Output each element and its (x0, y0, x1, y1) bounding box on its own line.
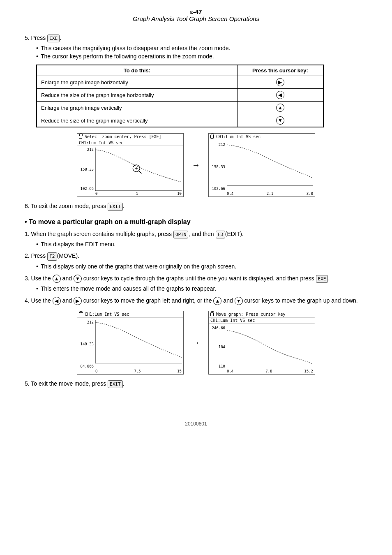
step-s2-4: 4. Use the ◀ and ▶ cursor keys to move t… (25, 297, 367, 305)
graph-title-bar-left: Select zoom center, Press [EXE] (77, 134, 183, 140)
graph-move-left: CH1:Lum Int VS sec 212 149.33 84.666 0 7… (77, 311, 184, 375)
step-s2-1-label: 1. When the graph screen contains multip… (25, 231, 367, 238)
graph-svg-left (95, 148, 182, 191)
y-labels-right-2: 246.66 184 110 (210, 326, 225, 368)
graph-title-bar-left-2: CH1:Lum Int VS sec (77, 311, 183, 318)
left-arrow-icon: ◀ (276, 91, 284, 99)
left-arrow-icon-2: ◀ (53, 297, 61, 305)
optn-key: OPTN (173, 231, 189, 238)
exit-key-2: EXIT (108, 380, 123, 388)
table-cell-key-left: ◀ (237, 89, 323, 102)
lock-icon-4 (210, 312, 214, 316)
arrow-right-2: → (192, 338, 200, 347)
table-row: Enlarge the graph image horizontally ▶ (37, 76, 323, 89)
table-cell-key-right: ▶ (237, 76, 323, 89)
up-arrow-icon: ▲ (276, 104, 284, 112)
step-s2-2-bullet: This displays only one of the graphs tha… (36, 263, 367, 270)
step-s2-3-label: 3. Use the ▲ and ▼ cursor keys to cycle … (25, 275, 367, 283)
graph-ch-label-right: CH1:Lum Int VS sec (216, 134, 261, 139)
step-5-bullet-1: This causes the magnifying glass to disa… (36, 45, 367, 51)
down-arrow-icon-2: ▼ (74, 275, 82, 283)
select-zoom-label: Select zoom center, Press [EXE] (85, 134, 161, 139)
svg-line-3 (138, 171, 141, 173)
lock-icon-3 (79, 312, 82, 316)
graph-ch-label-left-2: CH1:Lum Int VS sec (85, 312, 129, 317)
table-row: Reduce the size of the graph image verti… (37, 114, 323, 127)
x-labels-right: 0.4 2.1 3.8 (227, 192, 313, 196)
graph-move-right: Move graph: Press cursor key CH1:Lum Int… (208, 311, 315, 375)
f2-key: F2 (47, 252, 57, 260)
down-arrow-icon: ▼ (276, 116, 284, 125)
x-labels-left: 0 5 10 (95, 192, 182, 196)
graph-zoom-right: CH1:Lum Int VS sec 212 158.33 102.66 0.4… (208, 133, 315, 197)
graph-ch-label-right-2: CH1:Lum Int VS sec (209, 318, 315, 324)
table-cell-key-down: ▼ (237, 114, 323, 127)
step-5-text: 5. Press (25, 35, 47, 41)
step-s2-1-bullet: This displays the EDIT menu. (36, 241, 367, 247)
step-s2-4-label: 4. Use the ◀ and ▶ cursor keys to move t… (25, 297, 367, 305)
step-5-label: 5. Press EXE. (25, 35, 367, 42)
step-s2-2: 2. Press F2(MOVE). This displays only on… (25, 252, 367, 269)
up-arrow-icon-3: ▲ (213, 297, 221, 305)
step-6: 6. To exit the zoom mode, press EXIT. (25, 203, 367, 210)
step-5: 5. Press EXE. This causes the magnifying… (25, 35, 367, 60)
graph-svg-right-2 (227, 326, 313, 369)
table-cell-action: Reduce the size of the graph image verti… (37, 114, 238, 127)
section-heading: • To move a particular graph on a multi-… (25, 218, 367, 226)
table-row: Enlarge the graph image vertically ▲ (37, 102, 323, 114)
y-labels-right: 212 158.33 102.66 (210, 143, 225, 191)
step-s2-3-bullet: This enters the move mode and causes all… (36, 285, 367, 292)
f3-key: F3 (216, 231, 225, 238)
move-graph-title-bar: Move graph: Press cursor key (209, 311, 315, 318)
down-arrow-icon-3: ▼ (235, 297, 243, 305)
graphs-row-1: Select zoom center, Press [EXE] CH1:Lum … (25, 133, 367, 197)
table-cell-action: Reduce the size of the graph image horiz… (37, 89, 238, 102)
up-arrow-icon-2: ▲ (53, 275, 61, 283)
y-labels-left-2: 212 149.33 84.666 (78, 320, 94, 368)
step-s2-5-label: 5. To exit the move mode, press EXIT. (25, 380, 367, 388)
step-s2-5: 5. To exit the move mode, press EXIT. (25, 380, 367, 388)
graph-zoom-left: Select zoom center, Press [EXE] CH1:Lum … (77, 133, 184, 197)
step-5-bullet-2: The cursor keys perform the following op… (36, 53, 367, 60)
page-footer: 20100801 (25, 421, 367, 427)
page-title: Graph Analysis Tool Graph Screen Operati… (25, 15, 367, 22)
graph-title-bar-right: CH1:Lum Int VS sec (209, 134, 315, 140)
table-cell-action: Enlarge the graph image horizontally (37, 76, 238, 89)
graph-svg-right (227, 143, 313, 186)
cursor-key-table: To do this: Press this cursor key: Enlar… (36, 65, 324, 127)
lock-icon (79, 135, 82, 139)
table-header-key: Press this cursor key: (237, 65, 323, 76)
graph-ch-label-left: CH1:Lum Int VS sec (77, 140, 183, 146)
arrow-right-1: → (192, 160, 200, 170)
page-number: ε-47 (25, 8, 367, 15)
y-labels-left: 212 158.33 102.66 (78, 148, 94, 191)
exe-key-2: EXE (316, 275, 328, 283)
x-labels-left-2: 0 7.5 15 (95, 369, 182, 373)
right-arrow-icon-2: ▶ (74, 297, 82, 305)
table-row: Reduce the size of the graph image horiz… (37, 89, 323, 102)
table-cell-action: Enlarge the graph image vertically (37, 102, 238, 114)
step-s2-2-label: 2. Press F2(MOVE). (25, 252, 367, 260)
footer-code: 20100801 (185, 421, 207, 427)
page-header: ε-47 Graph Analysis Tool Graph Screen Op… (25, 8, 367, 22)
right-arrow-icon: ▶ (276, 78, 284, 86)
exit-key-1: EXIT (108, 203, 123, 210)
step-s2-3: 3. Use the ▲ and ▼ cursor keys to cycle … (25, 275, 367, 292)
step-6-label: 6. To exit the zoom mode, press EXIT. (25, 203, 367, 210)
graphs-row-2: CH1:Lum Int VS sec 212 149.33 84.666 0 7… (25, 311, 367, 375)
table-header-action: To do this: (37, 65, 238, 76)
table-cell-key-up: ▲ (237, 102, 323, 114)
exe-key: EXE (47, 35, 60, 42)
graph-svg-left-2 (95, 320, 182, 363)
x-labels-right-2: 0.4 7.8 15.2 (227, 369, 313, 373)
lock-icon-2 (210, 135, 214, 139)
step-s2-1: 1. When the graph screen contains multip… (25, 231, 367, 247)
